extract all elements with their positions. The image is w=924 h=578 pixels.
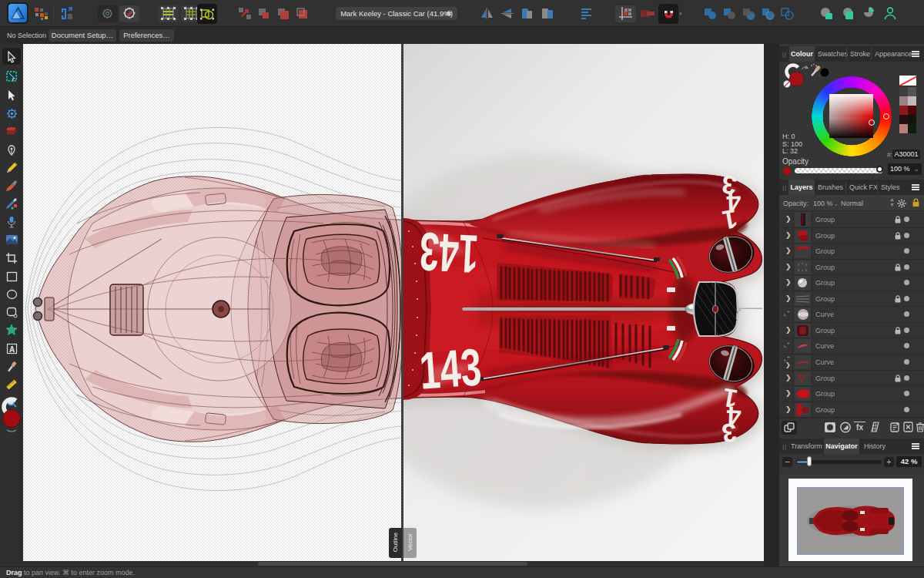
svg-text:143: 143 — [418, 221, 480, 284]
svg-text:143: 143 — [417, 337, 483, 399]
svg-text:A: A — [8, 344, 14, 353]
